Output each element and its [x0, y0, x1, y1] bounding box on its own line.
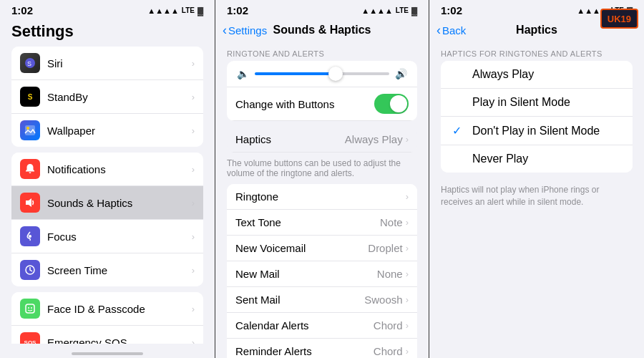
screentime-label: Screen Time [47, 264, 192, 276]
siri-label: Siri [47, 57, 192, 69]
settings-title: Settings [0, 19, 215, 47]
group-1-inner: S Siri › S StandBy › Wallpaper › [11, 47, 203, 147]
back-button-1[interactable]: ‹ Settings [223, 23, 267, 38]
sentmail-chevron: › [406, 294, 409, 305]
texttone-row[interactable]: Text Tone Note › [227, 210, 417, 236]
sentmail-row[interactable]: Sent Mail Swoosh › [227, 287, 417, 313]
calendar-value: Chord [374, 319, 403, 332]
sidebar-item-screentime[interactable]: Screen Time › [11, 253, 203, 286]
sidebar-item-faceid[interactable]: Face ID & Passcode › [11, 292, 203, 326]
sos-icon: SOS [20, 332, 40, 344]
svg-point-9 [28, 307, 29, 309]
back-label-2: Back [442, 24, 466, 37]
watermark-text: UK19 [608, 14, 631, 24]
option-play-silent[interactable]: Play in Silent Mode [441, 89, 633, 117]
haptics-content: HAPTICS FOR RINGTONES AND ALERTS Always … [429, 44, 644, 358]
haptics-title: Haptics [516, 24, 557, 37]
screentime-icon [20, 260, 40, 280]
wallpaper-label: Wallpaper [47, 125, 192, 137]
voicemail-chevron: › [406, 243, 409, 253]
svg-marker-5 [26, 198, 31, 207]
volume-slider[interactable] [255, 72, 389, 75]
sounds-icon [20, 193, 40, 213]
haptics-options-section: Always Play Play in Silent Mode ✓ Don't … [441, 61, 633, 173]
haptics-row-container: Haptics Always Play › [227, 127, 417, 153]
faceid-label: Face ID & Passcode [47, 303, 192, 315]
standby-chevron: › [192, 92, 195, 102]
back-label-1: Settings [228, 24, 267, 37]
texttone-chevron: › [406, 217, 409, 228]
siri-chevron: › [192, 58, 195, 69]
sos-chevron: › [192, 337, 195, 344]
siri-icon: S [20, 53, 40, 73]
sidebar-item-sos[interactable]: SOS Emergency SOS › [11, 326, 203, 344]
notifications-chevron: › [192, 164, 195, 175]
sounds-haptics-nav: ‹ Settings Sounds & Haptics [215, 22, 429, 38]
focus-icon [20, 226, 40, 246]
time-1: 1:02 [11, 4, 33, 16]
sidebar-item-focus[interactable]: Focus › [11, 220, 203, 253]
home-indicator-1 [0, 344, 215, 358]
option-never-play-label: Never Play [472, 153, 621, 165]
sounds-haptics-content: RINGTONE AND ALERTS 🔈 🔊 Change with Butt… [215, 44, 429, 358]
back-chevron-2: ‹ [436, 23, 441, 38]
reminder-label: Reminder Alerts [235, 345, 374, 357]
back-chevron-1: ‹ [223, 23, 227, 38]
standby-icon: S [20, 87, 40, 107]
texttone-label: Text Tone [235, 216, 380, 228]
option-play-silent-label: Play in Silent Mode [472, 96, 621, 109]
svg-point-10 [31, 307, 32, 309]
sidebar-item-sounds[interactable]: Sounds & Haptics › [11, 186, 203, 220]
sounds-haptics-title: Sounds & Haptics [273, 24, 371, 37]
option-dont-play-silent[interactable]: ✓ Don't Play in Silent Mode [441, 117, 633, 145]
status-icons-1: ▲▲▲▲ LTE ▓ [147, 6, 203, 15]
change-with-buttons-toggle[interactable] [374, 94, 409, 114]
sidebar-item-notifications[interactable]: Notifications › [11, 153, 203, 186]
haptics-value: Always Play [345, 133, 403, 145]
back-button-2[interactable]: ‹ Back [436, 23, 466, 38]
sound-rows-section: Ringtone › Text Tone Note › New Voicemai… [227, 184, 417, 358]
voicemail-row[interactable]: New Voicemail Droplet › [227, 236, 417, 261]
notifications-label: Notifications [47, 163, 192, 175]
time-3: 1:02 [441, 4, 462, 16]
newmail-row[interactable]: New Mail None › [227, 261, 417, 287]
sounds-haptics-header: ‹ Settings Sounds & Haptics [215, 19, 429, 44]
ringtone-chevron: › [406, 191, 409, 202]
option-always-play-label: Always Play [472, 68, 621, 81]
haptics-label: Haptics [235, 133, 345, 145]
reminder-row[interactable]: Reminder Alerts Chord › [227, 339, 417, 358]
status-icons-2: ▲▲▲▲ LTE ▓ [361, 6, 417, 15]
settings-group-3: Face ID & Passcode › SOS Emergency SOS ›… [0, 292, 215, 344]
sidebar-item-standby[interactable]: S StandBy › [11, 80, 203, 114]
reminder-chevron: › [406, 346, 409, 357]
faceid-chevron: › [192, 304, 195, 314]
ringtone-row[interactable]: Ringtone › [227, 184, 417, 210]
calendar-chevron: › [406, 320, 409, 331]
svg-point-6 [29, 235, 31, 238]
ringtone-alerts-label: RINGTONE AND ALERTS [215, 44, 429, 61]
option-never-play[interactable]: Never Play [441, 145, 633, 173]
faceid-icon [20, 299, 40, 319]
sidebar-item-siri[interactable]: S Siri › [11, 47, 203, 80]
newmail-chevron: › [406, 268, 409, 279]
status-bar-2: 1:02 ▲▲▲▲ LTE ▓ [215, 0, 429, 19]
haptics-row[interactable]: Haptics Always Play › [227, 127, 417, 153]
slider-thumb[interactable] [328, 67, 343, 81]
calendar-row[interactable]: Calendar Alerts Chord › [227, 313, 417, 339]
group-2-inner: Notifications › Sounds & Haptics › Focus… [11, 153, 203, 286]
screentime-chevron: › [192, 265, 195, 276]
sos-label: Emergency SOS [47, 337, 192, 344]
settings-list: S Siri › S StandBy › Wallpaper › [0, 47, 215, 344]
newmail-value: None [377, 268, 403, 280]
sidebar-item-wallpaper[interactable]: Wallpaper › [11, 114, 203, 147]
battery-icon-2: ▓ [411, 6, 417, 15]
newmail-label: New Mail [235, 268, 377, 280]
option-dont-play-silent-label: Don't Play in Silent Mode [472, 125, 621, 137]
panel-sounds-haptics: 1:02 ▲▲▲▲ LTE ▓ ‹ Settings Sounds & Hapt… [215, 0, 429, 358]
haptics-footer: Haptics will not play when iPhone rings … [429, 178, 644, 214]
option-always-play[interactable]: Always Play [441, 61, 633, 89]
sounds-chevron: › [192, 198, 195, 208]
wallpaper-chevron: › [192, 125, 195, 136]
sounds-label: Sounds & Haptics [47, 197, 192, 209]
volume-low-icon: 🔈 [237, 68, 249, 79]
